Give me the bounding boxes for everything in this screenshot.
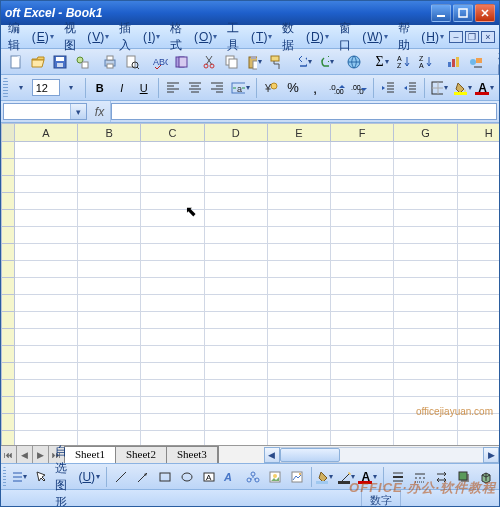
cell[interactable] [14, 295, 77, 312]
col-header[interactable]: C [141, 124, 204, 142]
cell[interactable] [14, 346, 77, 363]
cell[interactable] [204, 193, 267, 210]
cell[interactable] [267, 414, 330, 431]
cell[interactable] [457, 329, 499, 346]
row-header[interactable] [2, 176, 15, 193]
align-center-button[interactable] [184, 77, 206, 99]
undo-button[interactable]: ▾ [293, 51, 315, 73]
increase-indent-button[interactable] [399, 77, 421, 99]
cell[interactable] [141, 193, 204, 210]
row-header[interactable] [2, 363, 15, 380]
cell[interactable] [77, 397, 140, 414]
cell[interactable] [77, 295, 140, 312]
underline-button[interactable]: U [133, 77, 155, 99]
cell[interactable] [457, 312, 499, 329]
3d-button[interactable] [475, 466, 497, 488]
row-header[interactable] [2, 142, 15, 159]
cell[interactable] [457, 363, 499, 380]
cell[interactable] [331, 295, 394, 312]
cell[interactable] [394, 193, 457, 210]
drawing-toolbar-button[interactable] [465, 51, 487, 73]
cell[interactable] [14, 329, 77, 346]
menu-data[interactable]: 数据(D)▾ [277, 20, 333, 54]
cell[interactable] [331, 210, 394, 227]
comma-button[interactable]: , [304, 77, 326, 99]
align-right-button[interactable] [206, 77, 228, 99]
row-header[interactable] [2, 210, 15, 227]
cell[interactable] [14, 227, 77, 244]
cell[interactable] [204, 244, 267, 261]
cell[interactable] [394, 431, 457, 446]
cell[interactable] [77, 261, 140, 278]
shadow-button[interactable] [453, 466, 475, 488]
toolbar-grip[interactable] [3, 78, 8, 98]
name-box-dropdown[interactable]: ▾ [70, 104, 86, 119]
arrow-button[interactable] [132, 466, 154, 488]
cell[interactable] [394, 176, 457, 193]
col-header[interactable]: E [267, 124, 330, 142]
cell[interactable] [267, 227, 330, 244]
row-header[interactable] [2, 346, 15, 363]
cell[interactable] [457, 414, 499, 431]
cell[interactable] [77, 159, 140, 176]
cell[interactable] [331, 142, 394, 159]
cell[interactable] [267, 346, 330, 363]
cell[interactable] [141, 227, 204, 244]
cell[interactable] [331, 346, 394, 363]
cell[interactable] [331, 193, 394, 210]
cell[interactable] [331, 414, 394, 431]
cell[interactable] [204, 261, 267, 278]
cell[interactable] [14, 210, 77, 227]
cell[interactable] [141, 261, 204, 278]
autosum-button[interactable]: Σ▾ [371, 51, 393, 73]
scroll-thumb[interactable] [280, 448, 340, 462]
cell[interactable] [141, 176, 204, 193]
sheet-tab[interactable]: Sheet2 [115, 446, 167, 463]
dash-style-button[interactable] [409, 466, 431, 488]
col-header[interactable]: B [77, 124, 140, 142]
formula-input[interactable] [111, 103, 497, 120]
increase-decimal-button[interactable]: .0.00 [326, 77, 348, 99]
permission-button[interactable] [71, 51, 93, 73]
picture-button[interactable] [286, 466, 308, 488]
row-header[interactable] [2, 261, 15, 278]
maximize-button[interactable] [453, 4, 473, 22]
cell[interactable] [77, 278, 140, 295]
close-button[interactable] [475, 4, 495, 22]
bold-button[interactable]: B [89, 77, 111, 99]
cell[interactable] [204, 431, 267, 446]
menu-tools[interactable]: 工具(T)▾ [222, 20, 277, 54]
cell[interactable] [204, 346, 267, 363]
cell[interactable] [394, 142, 457, 159]
menu-insert[interactable]: 插入(I)▾ [114, 20, 165, 54]
cell[interactable] [267, 278, 330, 295]
cell[interactable] [331, 431, 394, 446]
cell[interactable] [14, 431, 77, 446]
cell[interactable] [267, 397, 330, 414]
cell[interactable] [14, 244, 77, 261]
cell[interactable] [457, 261, 499, 278]
cell[interactable] [77, 176, 140, 193]
cell[interactable] [267, 431, 330, 446]
cell[interactable] [331, 329, 394, 346]
draw-menu-button[interactable]: ▾ [8, 466, 30, 488]
cell[interactable] [457, 295, 499, 312]
cell[interactable] [394, 261, 457, 278]
cell[interactable] [394, 329, 457, 346]
cell[interactable] [267, 261, 330, 278]
cell[interactable] [14, 278, 77, 295]
cell[interactable] [267, 380, 330, 397]
menu-window[interactable]: 窗口(W)▾ [334, 20, 393, 54]
col-header[interactable]: A [14, 124, 77, 142]
autoshapes-button[interactable]: 自选图形(U)▾ [52, 443, 103, 508]
cell[interactable] [77, 244, 140, 261]
hyperlink-button[interactable] [343, 51, 365, 73]
toolbar-grip[interactable] [3, 467, 6, 487]
cell[interactable] [267, 363, 330, 380]
cell[interactable] [204, 312, 267, 329]
cell[interactable] [331, 227, 394, 244]
cut-button[interactable] [199, 51, 221, 73]
font-size-input[interactable]: 12 [32, 79, 60, 96]
cell[interactable] [141, 329, 204, 346]
font-size-dropdown[interactable]: ▾ [60, 77, 82, 99]
